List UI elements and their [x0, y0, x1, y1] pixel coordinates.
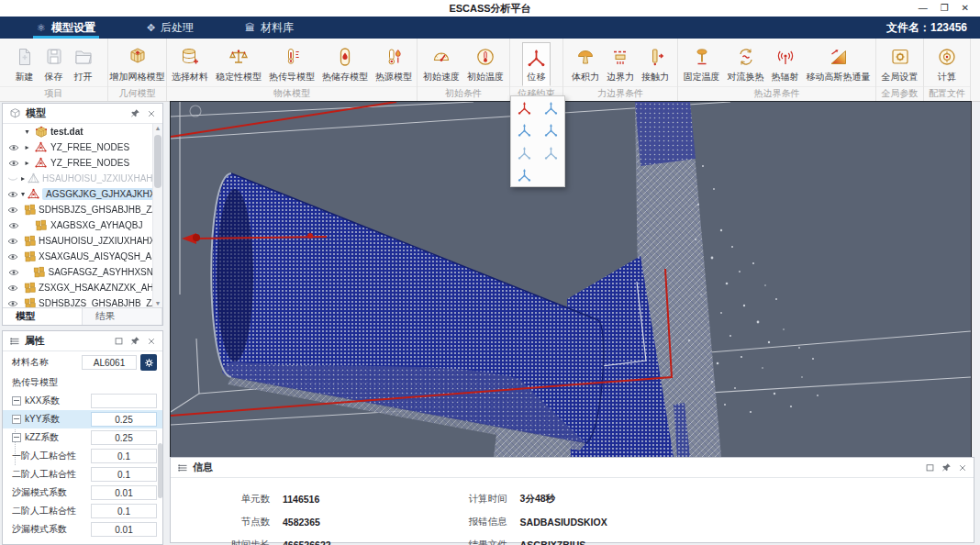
heat-storage-model-button[interactable]: 热储存模型	[318, 42, 372, 86]
property-row[interactable]: 二阶人工粘合性	[3, 502, 162, 520]
expand-caret-icon[interactable]: ▸	[23, 143, 31, 151]
close-icon[interactable]	[147, 109, 156, 118]
heat-conduction-model-button[interactable]: 热传导模型	[265, 42, 318, 86]
tree-item[interactable]: SDHSBJZS_GHSABJHB_ZAHU	[3, 202, 153, 217]
visibility-eye-icon[interactable]	[7, 189, 18, 200]
tree-item[interactable]: ZSXGX_HSAKAZNZXK_AHASX	[3, 280, 153, 295]
boundary-force-button[interactable]: 边界力	[603, 42, 638, 86]
visibility-eye-icon[interactable]	[7, 267, 19, 278]
kzz-input[interactable]	[91, 430, 157, 445]
properties-scrollbar[interactable]	[158, 443, 162, 498]
tab-material-library[interactable]: 🏛 材料库	[230, 17, 308, 39]
new-button[interactable]: 新建	[10, 42, 39, 86]
visibility-eye-icon[interactable]	[7, 220, 20, 231]
tree-node-icon[interactable]	[12, 396, 21, 406]
stability-model-button[interactable]: 稳定性模型	[212, 42, 265, 86]
body-force-button[interactable]: 体积力	[568, 42, 603, 86]
save-button[interactable]: 保存	[39, 42, 69, 86]
visibility-eye-icon[interactable]	[7, 283, 18, 294]
convection-button[interactable]: 对流换热	[724, 42, 768, 86]
material-settings-button[interactable]	[140, 354, 157, 371]
tree-item-selected[interactable]: ▾ AGSGKJKG_GJHXAJKHXA	[3, 186, 153, 202]
second-order-viscosity-input[interactable]	[91, 467, 157, 482]
tree-node-icon[interactable]	[12, 415, 21, 424]
tree-node-icon[interactable]	[12, 433, 21, 442]
property-row[interactable]: 沙漏模式系数	[3, 484, 162, 502]
add-mesh-model-button[interactable]: 增加网格模型	[106, 42, 169, 86]
contact-force-button[interactable]: 接触力	[638, 42, 673, 86]
tab-results[interactable]: 结果	[83, 308, 162, 325]
scroll-down-icon[interactable]: ▼	[153, 300, 162, 306]
global-settings-button[interactable]: 全局设置	[878, 42, 922, 86]
open-button[interactable]: 打开	[69, 42, 98, 86]
heat-source-model-button[interactable]: 热源模型	[372, 42, 416, 86]
radiation-button[interactable]: 热辐射	[768, 42, 803, 86]
collapse-caret-icon[interactable]: ▾	[23, 128, 31, 136]
tree-scrollbar[interactable]: ▲ ▼	[152, 124, 162, 307]
tree-item[interactable]: ▸ YZ_FREE_NODES	[3, 139, 153, 155]
kyy-input[interactable]	[91, 412, 157, 427]
tab-post-processing[interactable]: ✥ 后处理	[132, 17, 208, 39]
pin-icon[interactable]	[941, 462, 952, 473]
tree-item-disabled[interactable]: ▸ HSAUHOISU_JZXIUXHAHX	[3, 171, 153, 186]
constraint-option-3[interactable]	[511, 120, 538, 140]
visibility-eye-icon[interactable]	[7, 298, 18, 308]
kxx-input[interactable]	[91, 394, 157, 408]
initial-temperature-button[interactable]: 初始温度	[463, 42, 507, 86]
collapse-caret-icon[interactable]: ▾	[21, 190, 25, 198]
close-icon[interactable]	[958, 463, 967, 473]
compute-button[interactable]: 计算	[932, 42, 962, 86]
restore-icon[interactable]	[925, 462, 935, 473]
expand-caret-icon[interactable]: ▸	[23, 159, 31, 167]
visibility-off-icon[interactable]	[7, 173, 18, 184]
fixed-temperature-button[interactable]: 固定温度	[680, 42, 724, 86]
tab-model-setup[interactable]: ⚛ 模型设置	[22, 17, 110, 39]
pin-icon[interactable]	[130, 108, 140, 118]
property-row-kxx[interactable]: kXX系数	[3, 392, 162, 410]
visibility-eye-icon[interactable]	[7, 158, 20, 169]
property-row[interactable]: 沙漏模式系数	[3, 520, 162, 539]
tree-item[interactable]: XSAXGAUS_AISYAQSH_ASHX	[3, 249, 153, 264]
viewport-3d[interactable]	[170, 101, 972, 458]
property-row[interactable]: 二阶人工粘合性	[3, 465, 162, 484]
select-material-button[interactable]: 选择材料	[168, 42, 212, 86]
tab-model[interactable]: 模型	[3, 308, 83, 325]
material-name-input[interactable]	[82, 355, 137, 370]
scrollbar-thumb[interactable]	[154, 135, 161, 188]
first-order-viscosity-input[interactable]	[91, 449, 157, 463]
constraint-option-7[interactable]	[511, 165, 538, 185]
expand-caret-icon[interactable]: ▸	[21, 174, 25, 183]
tree-item[interactable]: XAGBSXG_AYHAQBJ	[3, 217, 153, 233]
visibility-eye-icon[interactable]	[7, 205, 18, 216]
tree-item[interactable]: HSAUHOISU_JZXIUXHAHX	[3, 233, 153, 249]
property-row[interactable]: 一阶人工粘合性	[3, 447, 162, 465]
visibility-eye-icon[interactable]	[7, 251, 18, 262]
heat-storage-icon	[334, 45, 356, 69]
hourglass-coefficient-input[interactable]	[91, 485, 157, 500]
restore-icon[interactable]	[114, 336, 124, 346]
moving-gauss-flux-button[interactable]: 移动高斯热通量	[803, 42, 874, 86]
property-row-kzz[interactable]: kZZ系数	[3, 428, 162, 447]
maximize-button[interactable]: ❐	[941, 0, 949, 17]
visibility-eye-icon[interactable]	[7, 142, 20, 153]
tree-item[interactable]: SAGFASGZ_ASYHHXSN	[3, 264, 153, 280]
close-icon[interactable]	[147, 337, 156, 346]
constraint-option-5[interactable]	[511, 142, 538, 162]
close-button[interactable]: ✕	[962, 0, 969, 17]
constraint-option-4[interactable]	[538, 120, 564, 140]
constraint-option-1[interactable]	[511, 97, 538, 117]
pin-icon[interactable]	[130, 336, 140, 346]
constraint-option-6[interactable]	[538, 142, 564, 162]
displacement-button[interactable]: 位移	[522, 42, 551, 86]
visibility-eye-icon[interactable]	[7, 236, 18, 247]
tree-item-root[interactable]: ▾ test.dat	[3, 124, 153, 139]
scroll-up-icon[interactable]: ▲	[153, 125, 162, 131]
initial-velocity-button[interactable]: 初始速度	[419, 42, 463, 86]
hourglass-coefficient-input-2[interactable]	[91, 522, 157, 537]
minimize-button[interactable]: —	[919, 0, 928, 17]
tree-item[interactable]: SDHSBJZS_GHSABJHB_ZAHU	[3, 295, 153, 307]
constraint-option-2[interactable]	[538, 97, 564, 117]
tree-item[interactable]: ▸ YZ_FREE_NODES	[3, 155, 153, 171]
property-row-kyy[interactable]: kYY系数	[3, 410, 162, 428]
second-order-viscosity-input-2[interactable]	[91, 504, 157, 518]
